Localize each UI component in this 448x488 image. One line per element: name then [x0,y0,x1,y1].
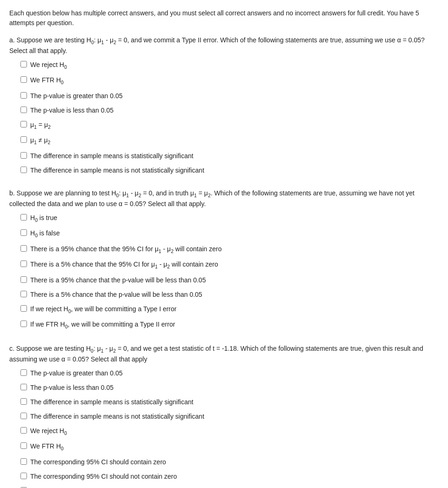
list-item: We reject H0 [20,60,439,71]
list-item: The p-value is less than 0.05 [20,106,439,115]
checkbox-c-3[interactable] [20,413,27,419]
list-item: There is a 5% chance that the 95% CI for… [20,260,439,271]
option-label-c-6: The corresponding 95% CI should contain … [30,457,166,467]
option-label-c-4: We reject H0 [30,426,67,437]
list-item: The corresponding 95% CI should not cont… [20,472,439,481]
options-list-a: We reject H0We FTR H0The p-value is grea… [9,60,439,175]
option-label-b-4: There is a 95% chance that the p-value w… [30,275,206,285]
option-label-b-0: H0 is true [30,213,57,224]
checkbox-c-4[interactable] [20,427,27,434]
option-label-c-0: The p-value is greater than 0.05 [30,368,122,378]
option-label-b-2: There is a 95% chance that the 95% CI fo… [30,244,221,255]
question-text-a: a. Suppose we are testing H0: μ1 - μ2 = … [9,35,439,56]
checkbox-c-5[interactable] [20,442,27,449]
list-item: The difference in sample means is not st… [20,166,439,175]
list-item: The difference in sample means is not st… [20,412,439,421]
question-block-c: c. Suppose we are testing H0: μ1 - μ2 = … [9,344,439,488]
question-text-b: b. Suppose we are planning to test H0: μ… [9,188,439,209]
list-item: The corresponding 95% CI should contain … [20,457,439,467]
list-item: If we FTR H0, we will be committing a Ty… [20,320,439,331]
checkbox-c-1[interactable] [20,384,27,390]
checkbox-c-7[interactable] [20,473,27,479]
checkbox-c-6[interactable] [20,458,27,465]
option-label-b-7: If we FTR H0, we will be committing a Ty… [30,320,175,331]
checkbox-a-2[interactable] [20,92,27,99]
option-label-a-6: The difference in sample means is statis… [30,151,194,161]
option-label-c-3: The difference in sample means is not st… [30,412,204,421]
list-item: μ1 ≠ μ2 [20,135,439,147]
checkbox-b-1[interactable] [20,229,27,236]
checkbox-b-7[interactable] [20,321,27,327]
checkbox-a-7[interactable] [20,167,27,173]
option-label-a-7: The difference in sample means is not st… [30,166,204,175]
option-label-a-3: The p-value is less than 0.05 [30,106,114,115]
option-label-b-6: If we reject H0, we will be committing a… [30,304,176,315]
list-item: We reject H0 [20,426,439,437]
list-item: If we reject H0, we will be committing a… [20,304,439,315]
checkbox-a-3[interactable] [20,107,27,113]
checkbox-b-3[interactable] [20,261,27,267]
option-label-a-5: μ1 ≠ μ2 [30,135,50,147]
list-item: There is a 95% chance that the 95% CI fo… [20,244,439,255]
checkbox-a-5[interactable] [20,136,27,143]
option-label-a-1: We FTR H0 [30,75,64,87]
checkbox-a-4[interactable] [20,121,27,127]
option-label-c-7: The corresponding 95% CI should not cont… [30,472,177,481]
options-list-c: The p-value is greater than 0.05The p-va… [9,368,439,488]
question-text-c: c. Suppose we are testing H0: μ1 - μ2 = … [9,344,439,365]
list-item: The difference in sample means is statis… [20,151,439,161]
list-item: μ1 = μ2 [20,120,439,131]
option-label-a-4: μ1 = μ2 [30,120,51,131]
options-list-b: H0 is trueH0 is falseThere is a 95% chan… [9,213,439,331]
list-item: The p-value is less than 0.05 [20,383,439,393]
option-label-c-8: It is possible we have committed a Type … [30,486,164,488]
option-label-a-2: The p-value is greater than 0.05 [30,91,122,101]
list-item: H0 is true [20,213,439,224]
option-label-c-1: The p-value is less than 0.05 [30,383,114,393]
option-label-c-5: We FTR H0 [30,441,64,453]
checkbox-c-0[interactable] [20,369,27,376]
question-block-b: b. Suppose we are planning to test H0: μ… [9,188,439,331]
list-item: H0 is false [20,228,439,240]
list-item: The difference in sample means is statis… [20,397,439,407]
list-item: There is a 95% chance that the p-value w… [20,275,439,285]
checkbox-b-0[interactable] [20,214,27,221]
question-block-a: a. Suppose we are testing H0: μ1 - μ2 = … [9,35,439,175]
option-label-a-0: We reject H0 [30,60,67,71]
list-item: The p-value is greater than 0.05 [20,368,439,378]
checkbox-b-2[interactable] [20,245,27,252]
option-label-b-3: There is a 5% chance that the 95% CI for… [30,260,218,271]
list-item: The p-value is greater than 0.05 [20,91,439,101]
checkbox-a-0[interactable] [20,61,27,67]
option-label-b-1: H0 is false [30,228,60,240]
list-item: It is possible we have committed a Type … [20,486,439,488]
list-item: There is a 5% chance that the p-value wi… [20,290,439,300]
checkbox-b-6[interactable] [20,305,27,312]
intro-text: Each question below has multiple correct… [9,8,439,28]
list-item: We FTR H0 [20,75,439,87]
list-item: We FTR H0 [20,441,439,453]
checkbox-c-2[interactable] [20,398,27,405]
option-label-b-5: There is a 5% chance that the p-value wi… [30,290,202,300]
checkbox-b-4[interactable] [20,276,27,283]
option-label-c-2: The difference in sample means is statis… [30,397,194,407]
checkbox-a-1[interactable] [20,76,27,83]
checkbox-b-5[interactable] [20,291,27,297]
checkbox-a-6[interactable] [20,152,27,159]
